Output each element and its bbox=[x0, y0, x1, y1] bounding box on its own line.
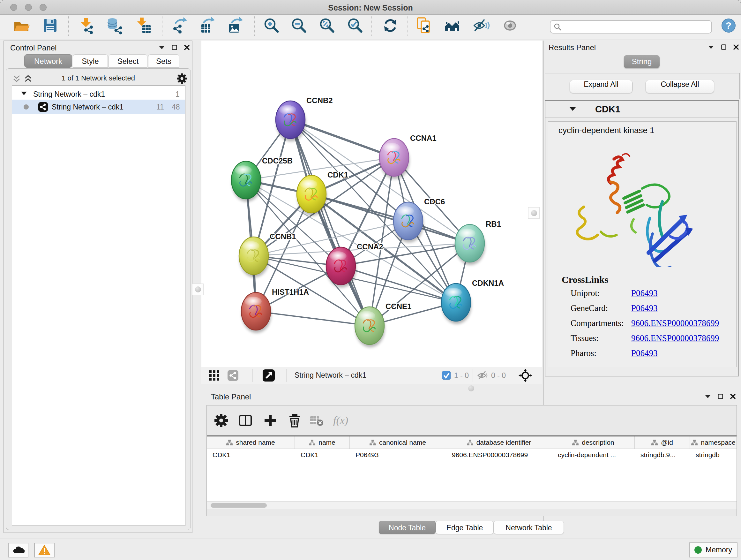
cloud-status-button[interactable] bbox=[8, 543, 28, 557]
crosslink-link[interactable]: 9606.ENSP00000378699 bbox=[631, 318, 719, 328]
column-header-canonical-name[interactable]: canonical name bbox=[350, 436, 446, 449]
show-columns-icon[interactable] bbox=[238, 413, 253, 428]
search-input[interactable] bbox=[564, 21, 710, 33]
node-CDC6[interactable]: CDC6 bbox=[394, 197, 445, 243]
crosslink-link[interactable]: 9606.ENSP00000378699 bbox=[631, 333, 719, 343]
tab-network[interactable]: Network bbox=[24, 54, 72, 68]
results-panel-window-icons bbox=[708, 44, 739, 50]
tab-string[interactable]: String bbox=[624, 55, 660, 68]
maximize-panel-icon[interactable] bbox=[172, 45, 177, 50]
node-CDKN1A[interactable]: CDKN1A bbox=[441, 279, 504, 324]
network-graph[interactable]: CCNB2CCNA1CDC25BCDK1CDC6RB1CCNB1CCNA2CDK… bbox=[201, 41, 542, 367]
memory-status-dot bbox=[694, 546, 702, 554]
control-panel: Control Panel Network Style Select Sets … bbox=[3, 41, 192, 533]
warnings-button[interactable] bbox=[34, 543, 55, 557]
node-HIST1H1A[interactable]: HIST1H1A bbox=[241, 288, 309, 333]
table-horizontal-scrollbar[interactable] bbox=[207, 501, 737, 509]
column-header--id[interactable]: @id bbox=[635, 436, 690, 449]
edge-CCNB2-CCNA1[interactable] bbox=[290, 120, 394, 158]
export-image-icon[interactable] bbox=[226, 17, 244, 35]
fit-selected-crosshair-icon[interactable] bbox=[519, 369, 532, 382]
table-cell[interactable]: cyclin-dependent ... bbox=[552, 449, 635, 461]
crosslink-link[interactable]: P06493 bbox=[631, 348, 658, 358]
tab-node-table[interactable]: Node Table bbox=[379, 521, 435, 534]
warning-icon bbox=[38, 545, 51, 556]
column-header-namespace[interactable]: namespace bbox=[690, 436, 737, 449]
zoom-fit-icon[interactable] bbox=[318, 17, 336, 35]
tab-select[interactable]: Select bbox=[109, 54, 147, 68]
delete-column-trash-icon[interactable] bbox=[287, 413, 302, 428]
horizontal-splitter-handle[interactable] bbox=[468, 385, 474, 391]
table-cell[interactable]: P06493 bbox=[350, 449, 446, 461]
right-splitter-handle[interactable] bbox=[528, 207, 540, 219]
network-row-selected[interactable]: String Network – cdk1 11 48 bbox=[12, 100, 185, 114]
table-options-gear-icon[interactable] bbox=[214, 413, 228, 428]
network-view-canvas[interactable]: CCNB2CCNA1CDC25BCDK1CDC6RB1CCNB1CCNA2CDK… bbox=[201, 41, 542, 367]
column-header-shared-name[interactable]: shared name bbox=[207, 436, 295, 449]
zoom-selected-icon[interactable] bbox=[346, 17, 364, 35]
node-CCNE1[interactable]: CCNE1 bbox=[355, 302, 411, 348]
edge-HIST1H1A-CCNE1[interactable] bbox=[256, 311, 369, 326]
close-panel-icon[interactable] bbox=[733, 44, 739, 50]
close-panel-icon[interactable] bbox=[184, 45, 190, 50]
expand-all-button[interactable]: Expand All bbox=[569, 80, 632, 93]
tab-sets[interactable]: Sets bbox=[148, 54, 179, 68]
section-expander-icon[interactable] bbox=[569, 107, 576, 111]
float-panel-icon[interactable] bbox=[708, 45, 714, 49]
node-CCNB1[interactable]: CCNB1 bbox=[239, 232, 296, 277]
tab-network-table[interactable]: Network Table bbox=[494, 521, 564, 534]
tree-expander-icon[interactable] bbox=[21, 91, 27, 96]
collapse-all-button[interactable]: Collapse All bbox=[646, 80, 714, 93]
column-header-description[interactable]: description bbox=[552, 436, 635, 449]
node-CCNA2[interactable]: CCNA2 bbox=[326, 242, 383, 288]
export-network-icon[interactable] bbox=[170, 17, 188, 35]
node-CDK1[interactable]: CDK1 bbox=[297, 171, 348, 216]
node-label-CDK1: CDK1 bbox=[327, 171, 348, 179]
import-table-icon[interactable] bbox=[134, 17, 152, 35]
open-session-icon[interactable] bbox=[12, 17, 30, 35]
add-column-icon[interactable] bbox=[263, 413, 278, 428]
float-panel-icon[interactable] bbox=[705, 395, 711, 398]
window-title: Session: New Session bbox=[0, 3, 741, 12]
memory-button[interactable]: Memory bbox=[689, 543, 738, 557]
table-cell[interactable]: CDK1 bbox=[295, 449, 350, 461]
selected-checkbox-icon[interactable] bbox=[442, 371, 451, 380]
column-header-database-identifier[interactable]: database identifier bbox=[446, 436, 552, 449]
table-cell[interactable]: CDK1 bbox=[207, 449, 295, 461]
toolbar-separator bbox=[473, 369, 473, 382]
float-panel-icon[interactable] bbox=[159, 46, 165, 50]
maximize-panel-icon[interactable] bbox=[721, 44, 726, 50]
left-splitter-handle[interactable] bbox=[192, 284, 204, 295]
refresh-icon[interactable] bbox=[381, 17, 399, 35]
node-RB1[interactable]: RB1 bbox=[455, 220, 501, 265]
birds-eye-grid-icon[interactable] bbox=[209, 370, 219, 381]
zoom-in-icon[interactable] bbox=[263, 17, 280, 35]
crosslink-link[interactable]: P06493 bbox=[631, 288, 658, 298]
close-panel-icon[interactable] bbox=[730, 394, 736, 399]
first-neighbors-icon[interactable] bbox=[443, 17, 461, 35]
import-network-icon[interactable] bbox=[77, 17, 95, 35]
import-database-icon[interactable] bbox=[106, 17, 124, 35]
network-list-box: 1 of 1 Network selected String Network –… bbox=[6, 68, 191, 530]
crosslink-link[interactable]: P06493 bbox=[631, 303, 658, 313]
tab-edge-table[interactable]: Edge Table bbox=[435, 521, 494, 534]
show-all-icon[interactable] bbox=[501, 17, 519, 35]
column-header-name[interactable]: name bbox=[295, 436, 350, 449]
network-collection-row[interactable]: String Network – cdk1 1 bbox=[12, 88, 185, 100]
clone-network-icon[interactable] bbox=[415, 17, 433, 35]
help-icon[interactable]: ? bbox=[721, 18, 736, 33]
network-options-gear-icon[interactable] bbox=[177, 73, 187, 84]
table-cell[interactable]: stringdb:9... bbox=[635, 449, 690, 461]
table-cell[interactable]: 9606.ENSP00000378699 bbox=[446, 449, 552, 461]
hide-selected-icon[interactable] bbox=[472, 17, 490, 35]
scrollbar-thumb[interactable] bbox=[211, 503, 267, 508]
protein-section-header[interactable]: CDK1 bbox=[545, 101, 738, 118]
zoom-out-icon[interactable] bbox=[290, 17, 308, 35]
export-table-icon[interactable] bbox=[198, 17, 215, 35]
network-share-icon[interactable] bbox=[227, 370, 239, 381]
open-in-new-window-icon[interactable] bbox=[263, 369, 275, 381]
maximize-panel-icon[interactable] bbox=[718, 394, 723, 399]
tab-style[interactable]: Style bbox=[73, 54, 108, 68]
save-session-icon[interactable] bbox=[41, 17, 59, 35]
table-cell[interactable]: stringdb bbox=[690, 449, 737, 461]
